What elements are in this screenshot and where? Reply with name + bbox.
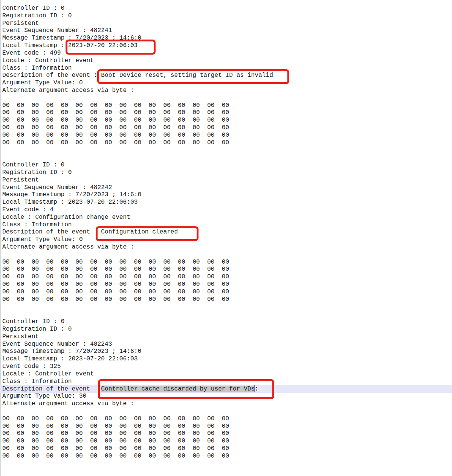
hex-row: 00 00 00 00 00 00 00 00 00 00 00 00 00 0… [0, 117, 452, 124]
blank-line [0, 408, 452, 415]
log-line: Event Sequence Number : 482241 [0, 27, 452, 35]
log-text-segment: : [255, 386, 258, 392]
hex-row: 00 00 00 00 00 00 00 00 00 00 00 00 00 0… [0, 132, 452, 139]
blank-line [0, 251, 452, 259]
log-line: Class : Information [0, 378, 452, 386]
hex-row: 00 00 00 00 00 00 00 00 00 00 00 00 00 0… [0, 281, 452, 288]
description-highlight-row: Description of the event Controller cach… [0, 385, 452, 393]
log-line: Argument Type Value: 0 [0, 236, 452, 244]
log-line: Local Timestamp : 2023-07-20 22:06:03 [0, 42, 452, 50]
hex-row: 00 00 00 00 00 00 00 00 00 00 00 00 00 0… [0, 453, 452, 460]
log-content[interactable]: Controller ID : 0Registration ID : 0Pers… [0, 5, 452, 460]
log-line: Persistent [0, 177, 452, 184]
log-line: Controller ID : 0 [0, 5, 452, 12]
blank-line [0, 304, 452, 311]
blank-line [0, 95, 452, 102]
log-line: Locale : Configuration change event [0, 214, 452, 221]
log-line: Argument Type Value: 0 [0, 79, 452, 87]
log-line: Message Timestamp : 7/20/2023 ; 14:6:0 [0, 35, 452, 42]
log-line: Controller ID : 0 [0, 318, 452, 326]
blank-line [0, 146, 452, 154]
log-line: Event Sequence Number : 482242 [0, 184, 452, 192]
blank-line [0, 311, 452, 318]
log-line: Local Timestamp : 2023-07-20 22:06:03 [0, 355, 452, 363]
log-line: Registration ID : 0 [0, 169, 452, 177]
log-text-segment: Description of the event [2, 386, 101, 392]
log-line: Class : Information [0, 65, 452, 72]
log-line: Registration ID : 0 [0, 12, 452, 20]
log-line: Controller ID : 0 [0, 162, 452, 169]
hex-row: 00 00 00 00 00 00 00 00 00 00 00 00 00 0… [0, 266, 452, 273]
hex-row: 00 00 00 00 00 00 00 00 00 00 00 00 00 0… [0, 273, 452, 281]
hex-row: 00 00 00 00 00 00 00 00 00 00 00 00 00 0… [0, 438, 452, 445]
log-line: Event code : 4 [0, 206, 452, 214]
log-line: Class : Information [0, 221, 452, 229]
log-line: Description of the event : Boot Device r… [0, 72, 452, 79]
hex-row: 00 00 00 00 00 00 00 00 00 00 00 00 00 0… [0, 445, 452, 453]
hex-row: 00 00 00 00 00 00 00 00 00 00 00 00 00 0… [0, 102, 452, 110]
log-line: Alternate argument access via byte : [0, 400, 452, 408]
log-line: Event code : 499 [0, 50, 452, 57]
log-line: Alternate argument access via byte : [0, 87, 452, 95]
log-line: Locale : Controller event [0, 57, 452, 65]
log-line: Event code : 325 [0, 363, 452, 371]
log-line: Event Sequence Number : 482243 [0, 341, 452, 348]
hex-row: 00 00 00 00 00 00 00 00 00 00 00 00 00 0… [0, 296, 452, 304]
hex-row: 00 00 00 00 00 00 00 00 00 00 00 00 00 0… [0, 139, 452, 147]
hex-row: 00 00 00 00 00 00 00 00 00 00 00 00 00 0… [0, 288, 452, 296]
log-line: Argument Type Value: 30 [0, 393, 452, 400]
blank-line [0, 154, 452, 162]
hex-row: 00 00 00 00 00 00 00 00 00 00 00 00 00 0… [0, 124, 452, 132]
hex-row: 00 00 00 00 00 00 00 00 00 00 00 00 00 0… [0, 430, 452, 438]
hex-row: 00 00 00 00 00 00 00 00 00 00 00 00 00 0… [0, 109, 452, 117]
hex-row: 00 00 00 00 00 00 00 00 00 00 00 00 00 0… [0, 423, 452, 430]
log-line: Locale : Controller event [0, 371, 452, 378]
selected-text: Controller cache discarded by user for V… [101, 386, 255, 392]
hex-row: 00 00 00 00 00 00 00 00 00 00 00 00 00 0… [0, 259, 452, 266]
log-line: Persistent [0, 20, 452, 27]
log-line: Registration ID : 0 [0, 326, 452, 333]
log-line: Local Timestamp : 2023-07-20 22:06:03 [0, 199, 452, 206]
log-line: Message Timestamp : 7/20/2023 ; 14:6:0 [0, 348, 452, 355]
hex-row: 00 00 00 00 00 00 00 00 00 00 00 00 00 0… [0, 415, 452, 423]
log-line: Alternate argument access via byte : [0, 244, 452, 251]
log-line: Message Timestamp : 7/20/2023 ; 14:6:0 [0, 191, 452, 199]
log-line: Description of the event Configuration c… [0, 229, 452, 236]
log-line: Persistent [0, 333, 452, 341]
